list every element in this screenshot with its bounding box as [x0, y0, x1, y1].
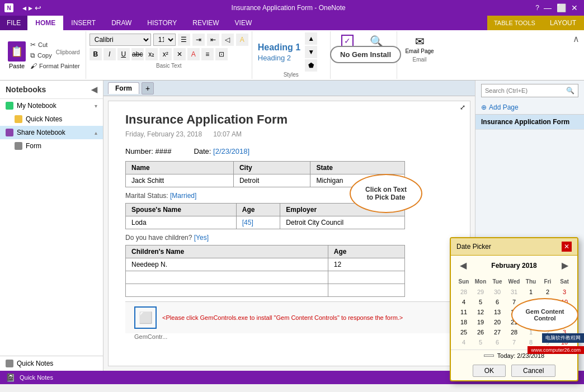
italic-button[interactable]: I — [103, 48, 116, 60]
sidebar-item-my-notebook[interactable]: My Notebook ▾ — [0, 99, 103, 112]
day-20[interactable]: 20 — [489, 317, 506, 327]
align-btn[interactable]: ≡ — [201, 48, 214, 60]
font-family-select[interactable]: Calibri — [90, 34, 151, 46]
cell-spouse-name: Loda — [126, 216, 237, 229]
day-3[interactable]: 3 — [556, 287, 573, 297]
prev-month-btn[interactable]: ◀ — [456, 259, 470, 272]
font-color-btn[interactable]: A — [187, 48, 200, 60]
date-picker-close-btn[interactable]: ✕ — [562, 242, 572, 252]
minimize-btn[interactable]: — — [543, 3, 553, 13]
align-right-btn[interactable]: ⊡ — [215, 48, 228, 60]
expand-my-notebook-icon[interactable]: ▾ — [95, 103, 97, 109]
email-page-button[interactable]: ✉ Email Page — [402, 34, 437, 55]
day-6[interactable]: 6 — [489, 297, 506, 307]
clear-format-button[interactable]: ✕ — [173, 48, 186, 60]
styles-up-btn[interactable]: ▲ — [305, 32, 317, 45]
day-26[interactable]: 26 — [472, 327, 489, 337]
help-btn[interactable]: ? — [535, 4, 539, 12]
tab-table-tools[interactable]: TABLE TOOLS — [487, 16, 542, 30]
strikethrough-button[interactable]: abc — [131, 48, 144, 60]
day-4-next[interactable]: 4 — [455, 337, 472, 347]
children-table: Children's Name Age Needeep N. 12 — [125, 245, 405, 297]
subscript-button[interactable]: x₂ — [145, 48, 158, 60]
sidebar-item-form[interactable]: Form — [0, 139, 103, 153]
heading1-style[interactable]: Heading 1 — [256, 42, 303, 53]
day-28-prev[interactable]: 28 — [455, 287, 472, 297]
superscript-button[interactable]: x² — [159, 48, 172, 60]
spouse-row: Loda [45] Detroit City Council — [126, 216, 405, 229]
day-4[interactable]: 4 — [455, 297, 472, 307]
day-1[interactable]: 1 — [522, 287, 539, 297]
day-28[interactable]: 28 — [506, 327, 522, 337]
tab-form[interactable]: Form — [108, 82, 139, 94]
back-btn[interactable]: ◂ — [22, 3, 26, 12]
expand-page-btn[interactable]: ⤢ — [460, 103, 465, 111]
day-31-prev[interactable]: 31 — [506, 287, 522, 297]
search-input[interactable] — [485, 87, 566, 94]
sidebar-item-share-notebook[interactable]: Share Notebook ▴ — [0, 126, 103, 139]
day-7-next[interactable]: 7 — [506, 337, 522, 347]
paste-label: Paste — [9, 63, 25, 69]
content-area: Form + ⤢ Insurance Application Form Frid… — [103, 81, 475, 371]
bold-button[interactable]: B — [90, 48, 102, 60]
tab-review[interactable]: REVIEW — [185, 16, 227, 30]
sidebar-spacer — [0, 153, 103, 356]
undo-btn[interactable]: ↩ — [35, 3, 41, 12]
sidebar-toggle-btn[interactable]: ◀ — [91, 85, 97, 94]
day-11[interactable]: 11 — [455, 307, 472, 317]
close-btn[interactable]: ✕ — [569, 3, 580, 13]
day-29-prev[interactable]: 29 — [472, 287, 489, 297]
tab-file[interactable]: FILE — [0, 16, 27, 30]
date-field[interactable]: Date: [2/23/2018] — [194, 147, 249, 155]
page-entry-insurance[interactable]: Insurance Application Form — [475, 115, 584, 130]
next-month-btn[interactable]: ▶ — [558, 259, 572, 272]
add-page-button[interactable]: ⊕ Add Page — [475, 101, 584, 115]
day-18[interactable]: 18 — [455, 317, 472, 327]
paste-button[interactable]: 📋 Paste — [6, 40, 28, 70]
day-27[interactable]: 27 — [489, 327, 506, 337]
sidebar-item-quick-notes[interactable]: Quick Notes — [0, 112, 103, 126]
ok-button[interactable]: OK — [473, 365, 506, 377]
tab-layout[interactable]: LAYOUT — [542, 16, 584, 30]
day-6-next[interactable]: 6 — [489, 337, 506, 347]
outdent-btn[interactable]: ⇤ — [207, 34, 219, 46]
day-5-next[interactable]: 5 — [472, 337, 489, 347]
styles-down-btn[interactable]: ▼ — [305, 46, 317, 58]
date-value[interactable]: [2/23/2018] — [213, 147, 249, 155]
heading2-style[interactable]: Heading 2 — [256, 53, 303, 63]
tab-history[interactable]: HISTORY — [139, 16, 185, 30]
page-wrapper: ⤢ Insurance Application Form Friday, Feb… — [103, 96, 475, 371]
indent-btn[interactable]: ⇥ — [192, 34, 205, 46]
cell-spouse-age[interactable]: [45] — [236, 216, 280, 229]
tab-draw[interactable]: DRAW — [103, 16, 139, 30]
cut-button[interactable]: ✂Cut — [28, 40, 82, 50]
marital-value[interactable]: [Married] — [170, 192, 196, 200]
day-12[interactable]: 12 — [472, 307, 489, 317]
children-value[interactable]: [Yes] — [194, 234, 209, 242]
restore-btn[interactable]: ⬜ — [556, 3, 566, 13]
gem-callout-text: Gem ContentControl — [525, 308, 564, 322]
tab-insert[interactable]: INSERT — [63, 16, 103, 30]
day-2[interactable]: 2 — [539, 287, 556, 297]
tab-home[interactable]: HOME — [27, 16, 63, 30]
font-size-select[interactable]: 11 — [153, 34, 176, 46]
list-btn[interactable]: ☰ — [178, 34, 190, 46]
decrease-indent-btn[interactable]: ◁ — [222, 34, 234, 46]
day-30-prev[interactable]: 30 — [489, 287, 506, 297]
search-box[interactable]: 🔍 — [481, 84, 578, 97]
day-25[interactable]: 25 — [455, 327, 472, 337]
add-tab-button[interactable]: + — [142, 82, 154, 95]
sidebar-bottom[interactable]: Quick Notes — [0, 356, 103, 371]
day-5[interactable]: 5 — [472, 297, 489, 307]
expand-share-notebook-icon[interactable]: ▴ — [95, 130, 97, 136]
forward-btn[interactable]: ▸ — [29, 3, 32, 12]
underline-button[interactable]: U — [117, 48, 130, 60]
day-19[interactable]: 19 — [472, 317, 489, 327]
gem-label: GemContr... — [125, 333, 453, 340]
styles-more-btn[interactable]: ⬟ — [305, 59, 317, 72]
day-13[interactable]: 13 — [489, 307, 506, 317]
highlight-btn[interactable]: A — [236, 34, 248, 46]
cancel-button[interactable]: Cancel — [511, 365, 555, 377]
tab-view[interactable]: VIEW — [227, 16, 260, 30]
ribbon-collapse-btn[interactable]: ∧ — [571, 31, 582, 79]
